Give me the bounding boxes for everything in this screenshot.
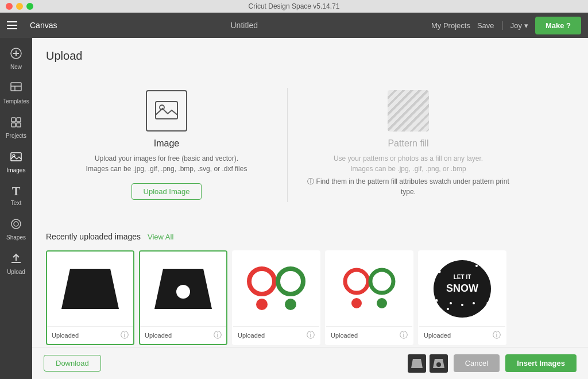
sidebar-label-templates: Templates (3, 98, 29, 105)
image-label-2: Uploaded ⓘ (140, 326, 226, 344)
svg-rect-8 (11, 123, 16, 127)
pattern-upload-option: Pattern fill Use your patterns or photos… (288, 76, 529, 214)
sidebar-item-upload[interactable]: Upload (0, 247, 32, 280)
svg-rect-15 (156, 102, 177, 119)
svg-text:❄: ❄ (483, 266, 488, 272)
pattern-option-desc1: Use your patterns or photos as a fill on… (334, 153, 483, 164)
svg-point-46 (436, 362, 441, 367)
image-card-5[interactable]: ❄ ❄ ❄ ❄ LET IT SNOW Uploaded (418, 250, 506, 345)
sidebar-item-text[interactable]: T Text (0, 180, 32, 211)
image-thumb-1 (47, 252, 133, 326)
svg-point-43 (473, 302, 475, 304)
image-label-5: Uploaded ⓘ (419, 326, 505, 344)
pattern-option-info: ⓘ Find them in the pattern fill attribut… (301, 176, 515, 197)
bottom-right: Cancel Insert Images (408, 354, 577, 373)
svg-text:SNOW: SNOW (446, 283, 478, 294)
save-button[interactable]: Save (477, 21, 494, 30)
info-icon-5[interactable]: ⓘ (493, 330, 501, 341)
maximize-button[interactable] (26, 3, 33, 10)
chevron-down-icon: ▾ (524, 21, 528, 30)
recent-section-header: Recently uploaded images View All (46, 232, 574, 241)
sidebar-item-projects[interactable]: Projects (0, 111, 32, 144)
images-icon (10, 150, 22, 165)
upload-options: Image Upload your images for free (basic… (46, 76, 574, 214)
svg-point-27 (377, 298, 387, 308)
image-card-4[interactable]: Uploaded ⓘ (325, 250, 413, 345)
app-title: Cricut Design Space v5.14.71 (249, 2, 340, 10)
cancel-button[interactable]: Cancel (454, 354, 500, 372)
title-bar: Cricut Design Space v5.14.71 (0, 0, 588, 13)
insert-images-button[interactable]: Insert Images (505, 354, 577, 372)
close-button[interactable] (6, 3, 13, 10)
minimize-button[interactable] (16, 3, 23, 10)
svg-text:❄: ❄ (435, 299, 439, 303)
pattern-option-desc2: Images can be .jpg, .gif, .png, or .bmp (350, 164, 466, 174)
project-title: Untitled (66, 21, 422, 30)
image-thumb-3 (233, 252, 319, 326)
upload-image-button[interactable]: Upload Image (131, 183, 202, 200)
image-thumb-4 (326, 252, 412, 326)
image-card-1[interactable]: Uploaded ⓘ (46, 250, 134, 345)
svg-rect-7 (17, 118, 21, 122)
info-icon-3[interactable]: ⓘ (307, 330, 315, 341)
info-icon-4[interactable]: ⓘ (400, 330, 408, 341)
templates-icon (10, 82, 22, 96)
info-icon-1[interactable]: ⓘ (121, 330, 129, 341)
svg-marker-44 (411, 359, 423, 368)
divider: | (501, 20, 504, 30)
svg-point-19 (176, 285, 190, 299)
image-card-2[interactable]: Uploaded ⓘ (139, 250, 227, 345)
image-upload-option: Image Upload your images for free (basic… (46, 76, 287, 214)
sidebar-item-templates[interactable]: Templates (0, 77, 32, 109)
sidebar-item-shapes[interactable]: Shapes (0, 213, 32, 245)
sidebar-label-shapes: Shapes (6, 234, 26, 241)
main-layout: New Templates Projects Images T Text (0, 38, 588, 379)
svg-point-21 (278, 269, 303, 294)
sidebar-item-images[interactable]: Images (0, 146, 32, 178)
svg-point-33 (447, 308, 449, 310)
view-all-link[interactable]: View All (148, 233, 173, 241)
image-grid: Uploaded ⓘ Uploaded ⓘ (46, 250, 574, 345)
image-thumb-2 (140, 252, 226, 326)
svg-point-12 (11, 219, 21, 229)
sidebar-label-new: New (10, 64, 22, 70)
canvas-label: Canvas (30, 21, 57, 30)
text-icon: T (12, 185, 21, 198)
projects-icon (10, 116, 22, 130)
my-projects-link[interactable]: My Projects (431, 21, 470, 30)
sidebar-label-projects: Projects (6, 133, 26, 139)
shapes-icon (10, 218, 22, 232)
selected-thumbnails (408, 354, 448, 373)
pattern-option-title: Pattern fill (388, 138, 428, 149)
image-label-4: Uploaded ⓘ (326, 326, 412, 344)
sidebar-label-upload: Upload (7, 269, 25, 275)
image-option-desc2: Images can be .jpg, .gif, .png, .bmp, .s… (86, 164, 247, 174)
content-area: Upload Image Upload your images for free… (32, 38, 588, 379)
info-icon-2[interactable]: ⓘ (214, 330, 222, 341)
image-label-3: Uploaded ⓘ (233, 326, 319, 344)
traffic-lights (6, 3, 33, 10)
sidebar-item-new[interactable]: New (0, 42, 32, 75)
upload-icon (10, 252, 22, 266)
svg-point-23 (285, 299, 296, 310)
hamburger-menu[interactable] (7, 18, 21, 32)
svg-rect-10 (11, 153, 21, 161)
svg-text:❄: ❄ (486, 301, 489, 305)
svg-marker-17 (61, 269, 119, 309)
svg-text:LET IT: LET IT (454, 274, 471, 280)
svg-point-22 (256, 299, 268, 310)
sidebar-label-text: Text (11, 200, 21, 206)
svg-point-20 (249, 269, 274, 294)
make-button[interactable]: Make ? (535, 17, 581, 34)
svg-text:❄: ❄ (436, 269, 440, 274)
image-card-3[interactable]: Uploaded ⓘ (232, 250, 320, 345)
new-icon (10, 47, 22, 61)
selected-thumb-1 (408, 354, 426, 373)
svg-point-24 (345, 270, 368, 293)
svg-rect-6 (11, 118, 16, 122)
sidebar-label-images: Images (7, 167, 26, 173)
download-button[interactable]: Download (44, 355, 101, 372)
user-menu[interactable]: Joy ▾ (510, 21, 528, 30)
top-bar: Canvas Untitled My Projects Save | Joy ▾… (0, 13, 588, 38)
svg-point-26 (351, 298, 362, 308)
